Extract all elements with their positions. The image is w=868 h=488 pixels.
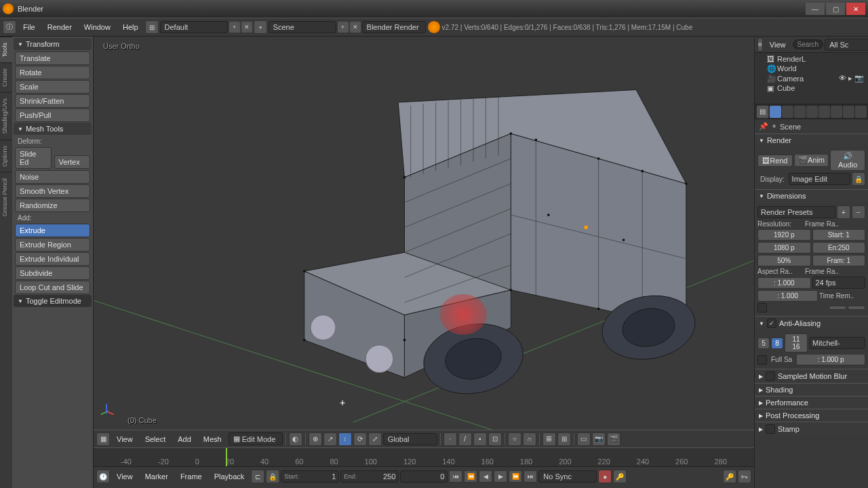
stamp-checkbox[interactable] [766,424,775,434]
layout-add-button[interactable]: + [229,22,240,33]
audio-button[interactable]: 🔊Audio [830,150,865,171]
translate-button[interactable]: Translate [15,52,90,65]
tab-tools[interactable]: Tools [0,37,12,62]
scene-add-button[interactable]: + [338,22,349,33]
vp-menu-add[interactable]: Add [172,434,197,445]
snap-target-icon[interactable]: ⊞ [557,432,571,446]
aa-samples-5[interactable]: 5 [757,338,770,349]
outliner-search-input[interactable]: Search [793,39,824,49]
render-button[interactable]: 🖼Rend [757,155,793,167]
vertex-select-icon[interactable]: · [443,432,457,446]
remap-old-field[interactable] [829,306,846,310]
aa-filter-selector[interactable]: Mitchell- [809,337,865,349]
shrink-fatten-button[interactable]: Shrink/Fatten [15,94,90,108]
renderlayers-tab-icon[interactable] [782,106,793,118]
outliner-editor-icon[interactable]: ≡ [757,38,763,52]
sampled-mb-header[interactable]: ▶Sampled Motion Blur [755,369,868,383]
current-frame-field[interactable]: 0 [400,470,448,483]
aspect-y-field[interactable]: : 1.000 [757,290,818,302]
timeline-playhead[interactable] [226,448,227,466]
layout-selector[interactable]: Default [160,21,228,33]
scene-remove-button[interactable]: ✕ [350,22,361,33]
scene-tab-icon[interactable] [794,106,806,118]
full-sample-checkbox[interactable] [757,355,767,365]
data-tab-icon[interactable] [855,106,867,118]
slide-edge-button[interactable]: Slide Ed [15,147,52,169]
rotate-button[interactable]: Rotate [15,66,90,79]
manipulator-icon[interactable]: ↗ [323,432,337,446]
performance-header[interactable]: ▶Performance [755,396,868,409]
world-tab-icon[interactable] [806,106,818,118]
play-icon[interactable]: ▶ [494,470,507,483]
render-engine-selector[interactable]: Blender Render [362,21,426,33]
dimensions-section-header[interactable]: ▼Dimensions [755,190,868,202]
loop-cut-button[interactable]: Loop Cut and Slide [15,281,90,294]
face-select-icon[interactable]: ▪ [473,432,487,446]
vp-menu-view[interactable]: View [111,434,138,445]
vertex-slide-button[interactable]: Vertex [54,155,91,169]
lock-time-icon[interactable]: 🔒 [266,470,279,483]
scale-button[interactable]: Scale [15,80,90,94]
push-pull-button[interactable]: Push/Pull [15,108,90,122]
orientation-selector[interactable]: Global [383,433,437,445]
menu-help[interactable]: Help [117,22,144,33]
resolution-x-field[interactable]: 1920 p [757,229,811,241]
frame-end-field[interactable]: En:250 [812,242,866,253]
mesh-tools-panel-header[interactable]: Mesh Tools [14,123,92,135]
minimize-button[interactable]: — [806,3,825,15]
remap-new-field[interactable] [848,306,865,310]
tab-grease-pencil[interactable]: Grease Pencil [0,172,12,222]
editor-type-icon[interactable]: ▦ [96,432,110,446]
timeline-menu-frame[interactable]: Frame [175,471,208,482]
outliner-item-cube[interactable]: ▣Cube [757,83,865,93]
end-frame-field[interactable]: End:250 [340,470,399,483]
extrude-button[interactable]: Extrude [15,224,90,237]
post-processing-header[interactable]: ▶Post Processing [755,409,868,422]
keyframe-prev-icon[interactable]: ⏪ [464,470,477,483]
border-checkbox[interactable] [757,303,767,312]
aa-enable-checkbox[interactable] [767,319,776,328]
play-reverse-icon[interactable]: ◀ [479,470,492,483]
scale-manipulator-icon[interactable]: ⤢ [368,432,382,446]
jump-start-icon[interactable]: ⏮ [449,470,462,483]
preset-remove-icon[interactable]: − [852,205,865,219]
noise-button[interactable]: Noise [15,170,90,184]
timeline-menu-marker[interactable]: Marker [140,471,174,482]
render-tab-icon[interactable] [770,106,781,118]
vp-menu-select[interactable]: Select [140,434,172,445]
close-button[interactable]: ✕ [846,3,865,15]
display-mode-selector[interactable]: Image Edit [789,173,850,185]
outliner-item-camera[interactable]: 🎥Camera👁 ▸ 📷 [757,73,865,83]
object-tab-icon[interactable] [818,106,830,118]
render-section-header[interactable]: ▼Render [755,134,868,146]
layout-remove-button[interactable]: ✕ [241,22,252,33]
tab-options[interactable]: Options [0,140,12,172]
timeline-editor-icon[interactable]: 🕐 [96,470,110,483]
extrude-region-button[interactable]: Extrude Region [15,238,90,251]
subdivide-button[interactable]: Subdivide [15,266,90,280]
maximize-button[interactable]: ▢ [826,3,845,15]
resolution-pct-field[interactable]: 50% [757,255,811,266]
constraints-tab-icon[interactable] [831,106,842,118]
outliner-filter[interactable]: All Sc [825,39,868,51]
opengl-anim-icon[interactable]: 🎬 [607,432,620,446]
render-border-icon[interactable]: ▭ [577,432,591,446]
menu-file[interactable]: File [18,22,41,33]
menu-render[interactable]: Render [42,22,77,33]
frame-start-field[interactable]: Start: 1 [812,229,866,241]
proportional-edit-icon[interactable]: ○ [508,432,521,446]
timeline-menu-view[interactable]: View [111,471,138,482]
outliner-item-world[interactable]: 🌐World [757,64,865,73]
mode-selector[interactable]: ▦ Edit Mode [229,432,283,445]
limit-selection-icon[interactable]: ⊡ [488,432,502,446]
animation-button[interactable]: 🎬Anim [794,154,829,167]
frame-step-field[interactable]: Fram: 1 [812,255,866,266]
info-icon[interactable]: ⓘ [3,20,16,34]
jump-end-icon[interactable]: ⏭ [524,470,537,483]
vp-menu-mesh[interactable]: Mesh [198,434,227,445]
shading-mode-icon[interactable]: ◐ [289,432,302,446]
pin-icon[interactable]: 📌 [759,122,768,131]
insert-keyframe-icon[interactable]: 🔑 [723,470,736,483]
fps-selector[interactable]: 24 fps [812,277,866,289]
keyframe-next-icon[interactable]: ⏩ [509,470,522,483]
